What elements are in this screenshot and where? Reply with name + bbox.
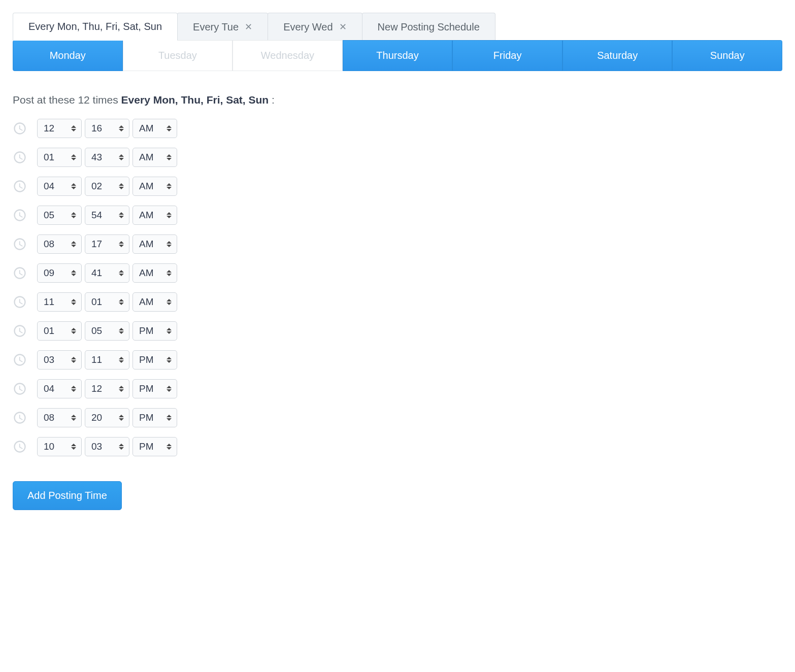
hour-select[interactable]: 09 <box>37 263 82 283</box>
minute-select-value: 12 <box>91 383 102 394</box>
minute-select-value: 16 <box>91 123 102 134</box>
time-row: 0105PM <box>13 321 782 341</box>
minute-select[interactable]: 17 <box>85 234 129 254</box>
minute-select[interactable]: 02 <box>85 177 129 196</box>
sort-icon <box>119 211 124 219</box>
hour-select-value: 10 <box>44 441 54 452</box>
hour-select[interactable]: 11 <box>37 292 82 312</box>
close-icon[interactable]: ✕ <box>339 22 347 31</box>
hour-select-value: 04 <box>44 383 54 394</box>
add-posting-time-button[interactable]: Add Posting Time <box>13 481 122 510</box>
period-select-value: PM <box>139 354 154 365</box>
period-select[interactable]: PM <box>132 350 177 369</box>
period-select-value: PM <box>139 325 154 337</box>
hour-select[interactable]: 12 <box>37 119 82 138</box>
period-select-value: AM <box>139 239 154 250</box>
period-select[interactable]: AM <box>132 177 177 196</box>
time-row: 0412PM <box>13 379 782 398</box>
period-select[interactable]: PM <box>132 379 177 398</box>
minute-select[interactable]: 43 <box>85 148 129 167</box>
minute-select-value: 43 <box>91 152 102 163</box>
minute-select-value: 41 <box>91 267 102 279</box>
hour-select[interactable]: 03 <box>37 350 82 369</box>
hour-select[interactable]: 01 <box>37 148 82 167</box>
close-icon[interactable]: ✕ <box>245 22 252 31</box>
hour-select[interactable]: 08 <box>37 408 82 427</box>
minute-select[interactable]: 11 <box>85 350 129 369</box>
hour-select-value: 11 <box>44 296 54 308</box>
minute-select-value: 01 <box>91 296 102 308</box>
posting-times-list: 1216AM0143AM0402AM0554AM0817AM0941AM1101… <box>13 119 782 456</box>
minute-select[interactable]: 20 <box>85 408 129 427</box>
minute-select-value: 03 <box>91 441 102 452</box>
sort-icon <box>71 385 76 393</box>
clock-icon <box>13 382 27 396</box>
day-tab[interactable]: Thursday <box>343 40 453 71</box>
hour-select[interactable]: 04 <box>37 177 82 196</box>
period-select-value: AM <box>139 152 154 163</box>
period-select-value: PM <box>139 441 154 452</box>
sort-icon <box>71 414 76 422</box>
schedule-tab[interactable]: Every Mon, Thu, Fri, Sat, Sun <box>13 13 178 41</box>
period-select-value: AM <box>139 296 154 308</box>
sort-icon <box>71 327 76 335</box>
sort-icon <box>119 240 124 248</box>
period-select[interactable]: PM <box>132 408 177 427</box>
minute-select[interactable]: 16 <box>85 119 129 138</box>
schedule-tab[interactable]: Every Tue✕ <box>177 13 268 41</box>
day-tab[interactable]: Sunday <box>672 40 782 71</box>
minute-select-value: 11 <box>91 354 102 365</box>
time-row: 0817AM <box>13 234 782 254</box>
minute-select[interactable]: 03 <box>85 437 129 456</box>
clock-icon <box>13 121 27 136</box>
day-tab[interactable]: Saturday <box>562 40 673 71</box>
period-select[interactable]: AM <box>132 206 177 225</box>
hour-select-value: 08 <box>44 412 54 423</box>
hour-select[interactable]: 05 <box>37 206 82 225</box>
sort-icon <box>167 327 172 335</box>
minute-select-value: 17 <box>91 239 102 250</box>
clock-icon <box>13 295 27 309</box>
period-select[interactable]: AM <box>132 148 177 167</box>
day-tab[interactable]: Friday <box>452 40 562 71</box>
period-select[interactable]: AM <box>132 263 177 283</box>
minute-select[interactable]: 05 <box>85 321 129 341</box>
time-row: 0941AM <box>13 263 782 283</box>
clock-icon <box>13 353 27 367</box>
minute-select[interactable]: 12 <box>85 379 129 398</box>
schedule-tab-label: Every Mon, Thu, Fri, Sat, Sun <box>28 21 162 32</box>
time-row: 0143AM <box>13 148 782 167</box>
schedule-tab-label: New Posting Schedule <box>378 21 480 33</box>
period-select-value: AM <box>139 267 154 279</box>
day-tab[interactable]: Tuesday <box>123 40 233 71</box>
sort-icon <box>71 211 76 219</box>
clock-icon <box>13 324 27 338</box>
day-tab[interactable]: Monday <box>13 40 123 71</box>
period-select[interactable]: AM <box>132 119 177 138</box>
period-select[interactable]: PM <box>132 437 177 456</box>
sort-icon <box>71 182 76 190</box>
hour-select[interactable]: 01 <box>37 321 82 341</box>
clock-icon <box>13 150 27 164</box>
sort-icon <box>119 327 124 335</box>
minute-select[interactable]: 01 <box>85 292 129 312</box>
schedule-tab[interactable]: New Posting Schedule <box>362 13 495 41</box>
hour-select-value: 03 <box>44 354 54 365</box>
time-row: 0311PM <box>13 350 782 369</box>
hour-select[interactable]: 08 <box>37 234 82 254</box>
time-row: 1003PM <box>13 437 782 456</box>
period-select[interactable]: AM <box>132 292 177 312</box>
time-row: 0820PM <box>13 408 782 427</box>
schedule-tab[interactable]: Every Wed✕ <box>268 13 362 41</box>
hour-select[interactable]: 04 <box>37 379 82 398</box>
minute-select[interactable]: 41 <box>85 263 129 283</box>
hour-select[interactable]: 10 <box>37 437 82 456</box>
minute-select[interactable]: 54 <box>85 206 129 225</box>
minute-select-value: 54 <box>91 210 102 221</box>
time-row: 0402AM <box>13 177 782 196</box>
period-select[interactable]: AM <box>132 234 177 254</box>
day-tab[interactable]: Wednesday <box>233 40 343 71</box>
period-select[interactable]: PM <box>132 321 177 341</box>
sort-icon <box>71 153 76 161</box>
sort-icon <box>167 182 172 190</box>
